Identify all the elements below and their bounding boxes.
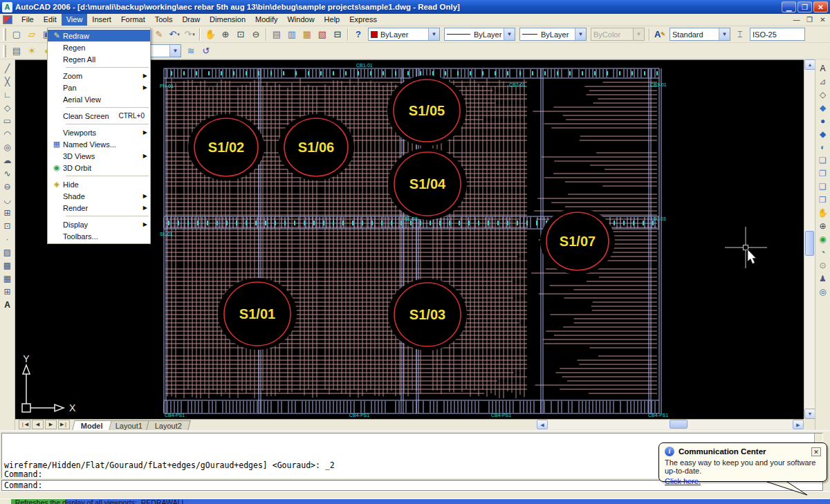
menu-item-display[interactable]: Display▶ <box>48 218 150 230</box>
menu-view[interactable]: View <box>62 14 88 26</box>
dim-style-icon[interactable]: ⌶ <box>732 27 748 41</box>
vertical-scroll-thumb[interactable] <box>805 231 814 256</box>
pan-realtime-icon[interactable]: ✋ <box>203 27 218 41</box>
toolbar-grip[interactable] <box>3 45 6 57</box>
text-style-icon[interactable]: A <box>816 62 830 75</box>
draw-order-back-icon[interactable]: ❐ <box>816 167 830 180</box>
menu-item-clean-screen[interactable]: Clean ScreenCTRL+0 <box>48 110 150 122</box>
minimize-button[interactable]: ▁ <box>782 1 796 12</box>
toolbar-grip[interactable] <box>3 28 6 41</box>
tool-palettes-icon[interactable]: ▦ <box>299 27 315 41</box>
tab-nav-next-icon[interactable]: ▶ <box>45 420 57 429</box>
scroll-left-icon[interactable]: ◀ <box>537 420 548 429</box>
menu-item-shade[interactable]: Shade▶ <box>48 190 150 202</box>
menu-express[interactable]: Express <box>344 14 382 26</box>
mdi-close-button[interactable]: ✕ <box>817 15 829 25</box>
menu-item-regen-all[interactable]: Regen All <box>48 53 150 65</box>
menu-item-render[interactable]: Render▶ <box>48 202 150 214</box>
point-icon[interactable]: · <box>1 232 15 245</box>
open-icon[interactable]: ▱ <box>24 27 39 41</box>
properties-icon[interactable]: ▤ <box>269 27 284 41</box>
drawing-doc-icon[interactable] <box>3 15 12 24</box>
rectangle-icon[interactable]: ▭ <box>1 114 15 127</box>
line-icon[interactable]: ╱ <box>1 62 15 75</box>
menu-draw[interactable]: Draw <box>177 14 205 26</box>
multiline-text-icon[interactable]: A <box>1 298 15 311</box>
chevron-down-icon[interactable]: ▼ <box>719 28 730 40</box>
tab-layout2[interactable]: Layout2 <box>146 420 191 430</box>
restore-button[interactable]: ❐ <box>797 1 812 12</box>
balloon-close-icon[interactable]: ✕ <box>811 447 821 456</box>
ellipse-icon[interactable]: ⊖ <box>1 180 15 193</box>
chevron-down-icon[interactable]: ▼ <box>169 45 181 57</box>
mdi-restore-button[interactable]: ❐ <box>804 15 815 25</box>
zoom-window-icon[interactable]: ⊡ <box>233 27 248 41</box>
menu-item-toolbars-[interactable]: Toolbars... <box>48 230 150 242</box>
insert-block-icon[interactable]: ⊞ <box>1 206 15 219</box>
tab-nav-last-icon[interactable]: ▶❘ <box>58 420 70 429</box>
menu-item-3d-views[interactable]: 3D Views▶ <box>48 150 150 162</box>
menu-insert[interactable]: Insert <box>87 14 116 26</box>
zoom-realtime-icon[interactable]: ⊕ <box>218 27 233 41</box>
menu-edit[interactable]: Edit <box>39 14 62 26</box>
menu-item-redraw[interactable]: ✎Redraw <box>48 30 150 41</box>
help-icon[interactable]: ? <box>351 27 366 41</box>
markup-manager-icon[interactable]: ▧ <box>315 27 330 41</box>
designcenter-icon[interactable]: ▥ <box>284 27 299 41</box>
text-style-control[interactable]: Standard ▼ <box>670 28 730 41</box>
spline-icon[interactable]: ∿ <box>1 167 15 180</box>
title-bar[interactable]: A AutoCAD 2006 - [d:\murali\backup\worki… <box>0 0 830 14</box>
3d-box-icon[interactable]: ◇ <box>816 88 830 101</box>
pan-icon[interactable]: ✋ <box>816 206 830 219</box>
tab-nav-first-icon[interactable]: ❘◀ <box>19 420 30 429</box>
orbit-arrow-icon[interactable]: ◔ <box>816 245 830 259</box>
gradient-icon[interactable]: ▩ <box>1 259 15 272</box>
scroll-right-icon[interactable]: ▶ <box>793 420 804 429</box>
vertical-scrollbar[interactable]: ▲ ▼ <box>804 59 815 419</box>
new-icon[interactable]: ▢ <box>9 27 24 41</box>
camera-icon[interactable]: ⊙ <box>816 259 830 272</box>
chevron-down-icon[interactable]: ▼ <box>504 28 515 40</box>
revision-cloud-icon[interactable]: ☁ <box>1 153 15 167</box>
menu-modify[interactable]: Modify <box>250 14 282 26</box>
menu-item-regen[interactable]: Regen <box>48 41 150 53</box>
hatch-icon[interactable]: ▨ <box>1 245 15 259</box>
zoom-icon[interactable]: ⊕ <box>816 219 830 232</box>
horizontal-scrollbar[interactable]: ◀ ▶ <box>537 420 804 429</box>
menu-window[interactable]: Window <box>282 14 319 26</box>
surface-icon[interactable]: ◆ <box>816 101 830 114</box>
shaded-sphere-icon[interactable]: ◐ <box>816 140 830 153</box>
zoom-previous-icon[interactable]: ⊖ <box>248 27 264 41</box>
draw-order-above-icon[interactable]: ❑ <box>816 180 830 193</box>
solid-box-icon[interactable]: ◆ <box>816 127 830 140</box>
layer-properties-manager-icon[interactable]: ▤ <box>9 44 24 58</box>
construction-line-icon[interactable]: ╳ <box>1 75 15 88</box>
circle-icon[interactable]: ◎ <box>1 140 15 153</box>
quickcalc-icon[interactable]: ⊟ <box>330 27 345 41</box>
menu-file[interactable]: File <box>17 14 39 26</box>
undo-icon[interactable]: ↶▾ <box>167 27 182 41</box>
view-eye-icon[interactable]: ◎ <box>816 285 830 298</box>
mdi-minimize-button[interactable]: — <box>791 15 802 25</box>
scroll-down-icon[interactable]: ▼ <box>804 409 815 419</box>
tab-nav-prev-icon[interactable]: ◀ <box>32 420 44 429</box>
draw-order-below-icon[interactable]: ❒ <box>816 193 830 206</box>
layer-on-off-icon[interactable]: ☀ <box>24 44 39 58</box>
table-icon[interactable]: ⊞ <box>1 285 15 298</box>
menu-item-aerial-view[interactable]: Aerial View <box>48 93 150 105</box>
region-icon[interactable]: ▦ <box>1 272 15 285</box>
make-object-layer-current-icon[interactable]: ≋ <box>183 44 199 58</box>
match-properties-icon[interactable]: ✎ <box>151 27 167 41</box>
ellipse-arc-icon[interactable]: ◡ <box>1 193 15 206</box>
click-here-link[interactable]: Click here. <box>665 477 701 485</box>
menu-item-hide[interactable]: ◈Hide <box>48 178 150 190</box>
make-block-icon[interactable]: ⊡ <box>1 219 15 232</box>
tab-layout1[interactable]: Layout1 <box>107 420 151 430</box>
sphere-icon[interactable]: ● <box>816 114 830 127</box>
chevron-down-icon[interactable]: ▼ <box>428 28 439 40</box>
redo-icon[interactable]: ↷▾ <box>182 27 197 41</box>
menu-dimension[interactable]: Dimension <box>205 14 250 26</box>
menu-item-zoom[interactable]: Zoom▶ <box>48 70 150 82</box>
text-style-icon[interactable]: A✎ <box>652 27 667 41</box>
orbit-green-icon[interactable]: ◉ <box>816 232 830 245</box>
